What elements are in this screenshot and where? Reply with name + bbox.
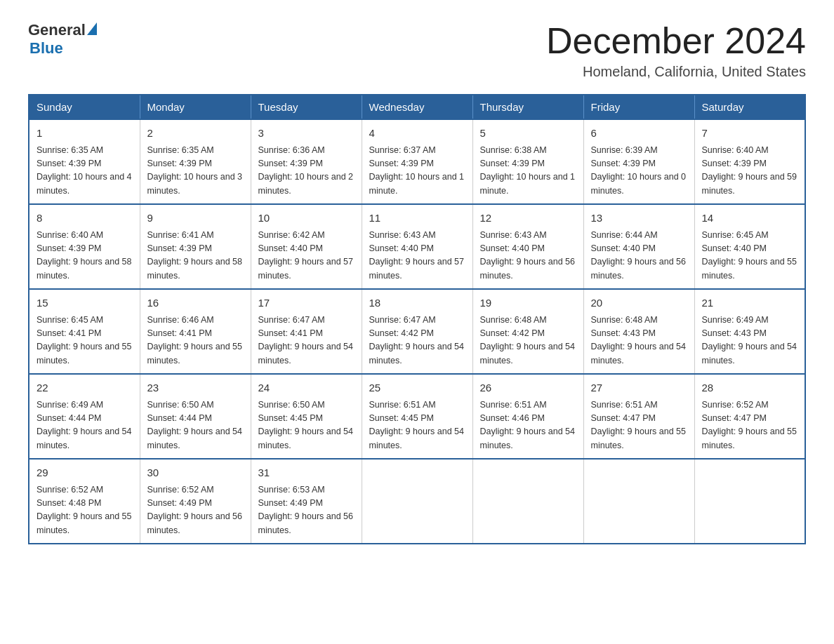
header-wednesday: Wednesday: [362, 95, 472, 119]
page-header: General Blue December 2024 Homeland, Cal…: [28, 21, 806, 80]
day-number: 7: [702, 126, 798, 142]
day-info: Sunrise: 6:52 AMSunset: 4:48 PMDaylight:…: [37, 483, 133, 538]
day-number: 30: [147, 465, 244, 481]
day-number: 25: [369, 380, 465, 396]
day-number: 11: [369, 210, 465, 227]
day-info: Sunrise: 6:41 AMSunset: 4:39 PMDaylight:…: [147, 229, 244, 283]
day-number: 12: [480, 210, 576, 227]
calendar-cell: 17Sunrise: 6:47 AMSunset: 4:41 PMDayligh…: [251, 289, 362, 374]
day-number: 3: [258, 126, 355, 142]
day-number: 5: [480, 126, 576, 142]
calendar-week-row: 15Sunrise: 6:45 AMSunset: 4:41 PMDayligh…: [29, 289, 805, 374]
calendar-week-row: 8Sunrise: 6:40 AMSunset: 4:39 PMDaylight…: [29, 204, 805, 289]
title-block: December 2024 Homeland, California, Unit…: [546, 21, 806, 80]
calendar-cell: 31Sunrise: 6:53 AMSunset: 4:49 PMDayligh…: [251, 459, 362, 544]
day-number: 31: [258, 465, 355, 481]
day-info: Sunrise: 6:48 AMSunset: 4:43 PMDaylight:…: [591, 314, 687, 368]
day-number: 14: [702, 210, 798, 227]
day-number: 13: [591, 210, 687, 227]
day-info: Sunrise: 6:43 AMSunset: 4:40 PMDaylight:…: [480, 229, 576, 283]
logo-blue-text: Blue: [29, 39, 97, 58]
day-info: Sunrise: 6:47 AMSunset: 4:42 PMDaylight:…: [369, 314, 465, 368]
day-info: Sunrise: 6:35 AMSunset: 4:39 PMDaylight:…: [147, 144, 244, 199]
day-info: Sunrise: 6:47 AMSunset: 4:41 PMDaylight:…: [258, 314, 355, 368]
day-number: 19: [480, 295, 576, 311]
day-info: Sunrise: 6:52 AMSunset: 4:49 PMDaylight:…: [147, 483, 244, 538]
day-number: 9: [147, 210, 244, 227]
month-title: December 2024: [546, 21, 806, 61]
calendar-cell: 6Sunrise: 6:39 AMSunset: 4:39 PMDaylight…: [583, 119, 694, 204]
calendar-cell: 30Sunrise: 6:52 AMSunset: 4:49 PMDayligh…: [140, 459, 251, 544]
day-info: Sunrise: 6:52 AMSunset: 4:47 PMDaylight:…: [702, 398, 798, 453]
day-number: 24: [258, 380, 355, 396]
day-info: Sunrise: 6:45 AMSunset: 4:41 PMDaylight:…: [37, 314, 133, 368]
calendar-cell: 24Sunrise: 6:50 AMSunset: 4:45 PMDayligh…: [251, 374, 362, 459]
day-number: 27: [591, 380, 687, 396]
calendar-cell: 12Sunrise: 6:43 AMSunset: 4:40 PMDayligh…: [472, 204, 583, 289]
calendar-cell: [694, 459, 805, 544]
day-number: 22: [37, 380, 133, 396]
day-number: 18: [369, 295, 465, 311]
day-info: Sunrise: 6:49 AMSunset: 4:43 PMDaylight:…: [702, 314, 798, 368]
day-number: 4: [369, 126, 465, 142]
day-number: 28: [702, 380, 798, 396]
day-number: 26: [480, 380, 576, 396]
logo: General Blue: [28, 21, 97, 58]
calendar-cell: 27Sunrise: 6:51 AMSunset: 4:47 PMDayligh…: [583, 374, 694, 459]
calendar-cell: [362, 459, 472, 544]
calendar-cell: 10Sunrise: 6:42 AMSunset: 4:40 PMDayligh…: [251, 204, 362, 289]
calendar-cell: 18Sunrise: 6:47 AMSunset: 4:42 PMDayligh…: [362, 289, 472, 374]
header-sunday: Sunday: [29, 95, 140, 119]
calendar-table: SundayMondayTuesdayWednesdayThursdayFrid…: [28, 94, 806, 544]
day-number: 29: [37, 465, 133, 481]
day-number: 10: [258, 210, 355, 227]
header-tuesday: Tuesday: [251, 95, 362, 119]
calendar-cell: 21Sunrise: 6:49 AMSunset: 4:43 PMDayligh…: [694, 289, 805, 374]
location-title: Homeland, California, United States: [546, 64, 806, 80]
header-monday: Monday: [140, 95, 251, 119]
calendar-cell: 20Sunrise: 6:48 AMSunset: 4:43 PMDayligh…: [583, 289, 694, 374]
calendar-cell: [583, 459, 694, 544]
calendar-cell: 4Sunrise: 6:37 AMSunset: 4:39 PMDaylight…: [362, 119, 472, 204]
day-number: 16: [147, 295, 244, 311]
calendar-cell: 7Sunrise: 6:40 AMSunset: 4:39 PMDaylight…: [694, 119, 805, 204]
day-number: 1: [37, 126, 133, 142]
day-number: 8: [37, 210, 133, 227]
calendar-cell: 15Sunrise: 6:45 AMSunset: 4:41 PMDayligh…: [29, 289, 140, 374]
calendar-cell: 9Sunrise: 6:41 AMSunset: 4:39 PMDaylight…: [140, 204, 251, 289]
calendar-header-row: SundayMondayTuesdayWednesdayThursdayFrid…: [29, 95, 805, 119]
logo-triangle-icon: [87, 22, 97, 35]
day-info: Sunrise: 6:49 AMSunset: 4:44 PMDaylight:…: [37, 398, 133, 453]
day-number: 6: [591, 126, 687, 142]
calendar-cell: 23Sunrise: 6:50 AMSunset: 4:44 PMDayligh…: [140, 374, 251, 459]
day-info: Sunrise: 6:51 AMSunset: 4:46 PMDaylight:…: [480, 398, 576, 453]
calendar-cell: 14Sunrise: 6:45 AMSunset: 4:40 PMDayligh…: [694, 204, 805, 289]
calendar-cell: 8Sunrise: 6:40 AMSunset: 4:39 PMDaylight…: [29, 204, 140, 289]
day-info: Sunrise: 6:36 AMSunset: 4:39 PMDaylight:…: [258, 144, 355, 199]
day-number: 2: [147, 126, 244, 142]
day-info: Sunrise: 6:40 AMSunset: 4:39 PMDaylight:…: [702, 144, 798, 199]
day-info: Sunrise: 6:51 AMSunset: 4:45 PMDaylight:…: [369, 398, 465, 453]
day-number: 21: [702, 295, 798, 311]
calendar-cell: 25Sunrise: 6:51 AMSunset: 4:45 PMDayligh…: [362, 374, 472, 459]
calendar-cell: 16Sunrise: 6:46 AMSunset: 4:41 PMDayligh…: [140, 289, 251, 374]
day-info: Sunrise: 6:35 AMSunset: 4:39 PMDaylight:…: [37, 144, 133, 199]
calendar-cell: 11Sunrise: 6:43 AMSunset: 4:40 PMDayligh…: [362, 204, 472, 289]
day-number: 15: [37, 295, 133, 311]
calendar-cell: [472, 459, 583, 544]
header-saturday: Saturday: [694, 95, 805, 119]
calendar-cell: 29Sunrise: 6:52 AMSunset: 4:48 PMDayligh…: [29, 459, 140, 544]
day-info: Sunrise: 6:50 AMSunset: 4:45 PMDaylight:…: [258, 398, 355, 453]
day-info: Sunrise: 6:40 AMSunset: 4:39 PMDaylight:…: [37, 229, 133, 283]
calendar-week-row: 29Sunrise: 6:52 AMSunset: 4:48 PMDayligh…: [29, 459, 805, 544]
calendar-cell: 3Sunrise: 6:36 AMSunset: 4:39 PMDaylight…: [251, 119, 362, 204]
day-info: Sunrise: 6:42 AMSunset: 4:40 PMDaylight:…: [258, 229, 355, 283]
day-number: 23: [147, 380, 244, 396]
day-info: Sunrise: 6:43 AMSunset: 4:40 PMDaylight:…: [369, 229, 465, 283]
day-info: Sunrise: 6:45 AMSunset: 4:40 PMDaylight:…: [702, 229, 798, 283]
calendar-cell: 5Sunrise: 6:38 AMSunset: 4:39 PMDaylight…: [472, 119, 583, 204]
day-info: Sunrise: 6:48 AMSunset: 4:42 PMDaylight:…: [480, 314, 576, 368]
day-info: Sunrise: 6:39 AMSunset: 4:39 PMDaylight:…: [591, 144, 687, 199]
day-number: 17: [258, 295, 355, 311]
header-friday: Friday: [583, 95, 694, 119]
